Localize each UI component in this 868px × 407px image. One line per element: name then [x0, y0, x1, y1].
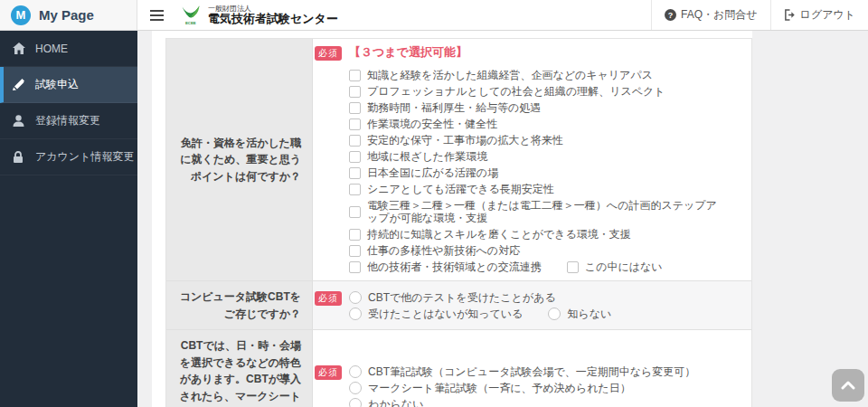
chevron-up-icon [841, 381, 855, 390]
radio-icon[interactable] [548, 308, 561, 320]
form-panel: 免許・資格を活かした職に就くため、重要と思うポイントは何ですか？必須【３つまで選… [152, 31, 752, 407]
scroll-top-button[interactable] [832, 369, 864, 402]
option-label: 知識と経験を活かした組織経営、企画などのキャリアパス [367, 69, 653, 81]
logout-icon [784, 9, 796, 21]
form-row-content: 必須CBT筆記試験（コンピュータ試験会場で、一定期間中なら変更可）マークシート筆… [313, 330, 751, 407]
faq-link[interactable]: ? FAQ・お問合せ [651, 0, 770, 30]
lock-icon [13, 151, 26, 163]
checkbox-icon[interactable] [349, 135, 361, 147]
option-label: シニアとしても活躍できる長期安定性 [367, 183, 554, 195]
mypage-title: My Page [39, 7, 94, 23]
checkbox-icon[interactable] [349, 206, 361, 218]
menu-icon[interactable] [137, 0, 175, 30]
radio-option[interactable]: CBTで他のテストを受けたことがある [349, 291, 556, 304]
form-row-inner: 必須CBTで他のテストを受けたことがある受けたことはないが知っている知らない [315, 289, 742, 322]
form-row-cbt-awareness: コンピュータ試験CBTをご存じですか？必須CBTで他のテストを受けたことがある受… [166, 281, 751, 330]
option-line: 電験三種＞二種＞一種（または電工二種＞一種）への計画的ステップアップが可能な環境… [347, 197, 742, 226]
checkbox-option[interactable]: この中にはない [567, 260, 663, 273]
required-badge: 必須 [315, 291, 342, 306]
sidebar-item-home[interactable]: HOME [0, 31, 137, 67]
checkbox-icon[interactable] [349, 245, 361, 257]
sidebar-nav: HOME試験申込登録情報変更アカウント情報変更 [0, 31, 137, 407]
logout-label: ログアウト [800, 7, 855, 23]
form-row-inner: 必須CBT筆記試験（コンピュータ試験会場で、一定期間中なら変更可）マークシート筆… [315, 364, 742, 407]
faq-label: FAQ・お問合せ [681, 7, 758, 23]
checkbox-icon[interactable] [567, 261, 579, 273]
checkbox-option[interactable]: プロフェッショナルとしての社会と組織の理解、リスペクト [349, 85, 665, 98]
radio-icon[interactable] [349, 365, 362, 378]
option-label: プロフェッショナルとしての社会と組織の理解、リスペクト [367, 85, 665, 98]
sidebar-item-account-info[interactable]: アカウント情報変更 [0, 139, 137, 175]
option-label: 受けたことはないが知っている [368, 308, 523, 320]
checkbox-option[interactable]: 他の技術者・技術領域との交流連携 [349, 260, 542, 273]
option-label: 電験三種＞二種＞一種（または電工二種＞一種）への計画的ステップアップが可能な環境… [367, 199, 719, 224]
radio-option[interactable]: 受けたことはないが知っている [349, 308, 523, 320]
form-row-important-points: 免許・資格を活かした職に就くため、重要と思うポイントは何ですか？必須【３つまで選… [166, 39, 751, 281]
option-label: 安定的な保守・工事市場の拡大と将来性 [367, 134, 563, 147]
option-label: わからない [368, 398, 423, 407]
checkbox-icon[interactable] [349, 86, 361, 98]
form-row-body: CBT筆記試験（コンピュータ試験会場で、一定期間中なら変更可）マークシート筆記試… [347, 364, 742, 407]
checkbox-icon[interactable] [349, 102, 361, 114]
checkbox-icon[interactable] [349, 70, 361, 81]
form-row-label: 免許・資格を活かした職に就くため、重要と思うポイントは何ですか？ [166, 39, 313, 280]
org-logo: ECEE 一般財団法人 電気技術者試験センター [179, 0, 338, 30]
option-line: 持続的に知識とスキルを磨くことができる環境・支援仕事の多様性や新技術への対応 [347, 226, 742, 259]
option-label: 他の技術者・技術領域との交流連携 [367, 260, 542, 273]
option-line: 他の技術者・技術領域との交流連携この中にはない [347, 259, 742, 275]
checkbox-icon[interactable] [349, 151, 361, 163]
checkbox-option[interactable]: 地域に根ざした作業環境 [349, 150, 487, 163]
form-row-label: コンピュータ試験CBTをご存じですか？ [166, 281, 313, 329]
radio-icon[interactable] [349, 291, 362, 304]
home-icon [13, 43, 26, 54]
radio-option[interactable]: わからない [349, 398, 423, 407]
option-label: 作業環境の安全性・健全性 [367, 118, 497, 130]
checkbox-icon[interactable] [349, 167, 361, 179]
sidebar-item-registration-info[interactable]: 登録情報変更 [0, 103, 137, 139]
option-label: マークシート筆記試験（一斉に、予め決められた日） [368, 382, 631, 394]
form-row-content: 必須CBTで他のテストを受けたことがある受けたことはないが知っている知らない [313, 281, 751, 329]
checkbox-icon[interactable] [349, 118, 361, 130]
checkbox-icon[interactable] [349, 261, 361, 273]
required-badge: 必須 [315, 365, 342, 380]
checkbox-option[interactable]: 知識と経験を活かした組織経営、企画などのキャリアパス [349, 69, 653, 81]
radio-option[interactable]: 知らない [548, 308, 611, 320]
option-label: CBTで他のテストを受けたことがある [368, 291, 556, 304]
org-name-label: 電気技術者試験センター [208, 13, 338, 25]
option-line: 知識と経験を活かした組織経営、企画などのキャリアパス [347, 67, 742, 83]
survey-form-table: 免許・資格を活かした職に就くため、重要と思うポイントは何ですか？必須【３つまで選… [165, 38, 752, 407]
form-row-inner: 必須【３つまで選択可能】知識と経験を活かした組織経営、企画などのキャリアパスプロ… [315, 44, 742, 275]
radio-option[interactable]: マークシート筆記試験（一斉に、予め決められた日） [349, 382, 631, 394]
checkbox-option[interactable]: 日本全国に広がる活躍の場 [349, 166, 498, 179]
sidebar-item-label: 試験申込 [35, 77, 79, 92]
checkbox-icon[interactable] [349, 229, 361, 241]
option-label: CBT筆記試験（コンピュータ試験会場で、一定期間中なら変更可） [368, 365, 695, 378]
form-row-body: CBTで他のテストを受けたことがある受けたことはないが知っている知らない [347, 289, 742, 322]
radio-icon[interactable] [349, 398, 362, 407]
option-line: プロフェッショナルとしての社会と組織の理解、リスペクト勤務時間・福利厚生・給与等… [347, 83, 742, 116]
main-content: 免許・資格を活かした職に就くため、重要と思うポイントは何ですか？必須【３つまで選… [137, 31, 868, 407]
sidebar-item-exam-apply[interactable]: 試験申込 [0, 67, 137, 103]
checkbox-option[interactable]: 作業環境の安全性・健全性 [349, 118, 497, 130]
checkbox-icon[interactable] [349, 184, 361, 195]
option-line: CBT筆記試験（コンピュータ試験会場で、一定期間中なら変更可） [347, 364, 742, 380]
checkbox-option[interactable]: 電験三種＞二種＞一種（または電工二種＞一種）への計画的ステップアップが可能な環境… [349, 199, 719, 224]
option-line: 作業環境の安全性・健全性安定的な保守・工事市場の拡大と将来性地域に根ざした作業環… [347, 116, 742, 165]
question-icon: ? [665, 9, 676, 21]
org-leaf-icon: ECEE [179, 4, 203, 27]
logout-link[interactable]: ログアウト [770, 0, 868, 30]
radio-icon[interactable] [349, 308, 362, 320]
selection-limit-heading: 【３つまで選択可能】 [349, 44, 742, 61]
checkbox-option[interactable]: 勤務時間・福利厚生・給与等の処遇 [349, 101, 541, 114]
option-label: 勤務時間・福利厚生・給与等の処遇 [367, 101, 541, 114]
checkbox-option[interactable]: シニアとしても活躍できる長期安定性 [349, 183, 554, 195]
radio-icon[interactable] [349, 382, 362, 394]
option-line: CBTで他のテストを受けたことがある受けたことはないが知っている知らない [347, 289, 742, 322]
sidebar-item-label: HOME [35, 43, 68, 55]
radio-option[interactable]: CBT筆記試験（コンピュータ試験会場で、一定期間中なら変更可） [349, 365, 695, 378]
mypage-brand: M My Page [0, 0, 137, 30]
checkbox-option[interactable]: 仕事の多様性や新技術への対応 [349, 244, 520, 257]
checkbox-option[interactable]: 持続的に知識とスキルを磨くことができる環境・支援 [349, 228, 631, 241]
checkbox-option[interactable]: 安定的な保守・工事市場の拡大と将来性 [349, 134, 563, 147]
sidebar-item-label: 登録情報変更 [35, 113, 100, 128]
